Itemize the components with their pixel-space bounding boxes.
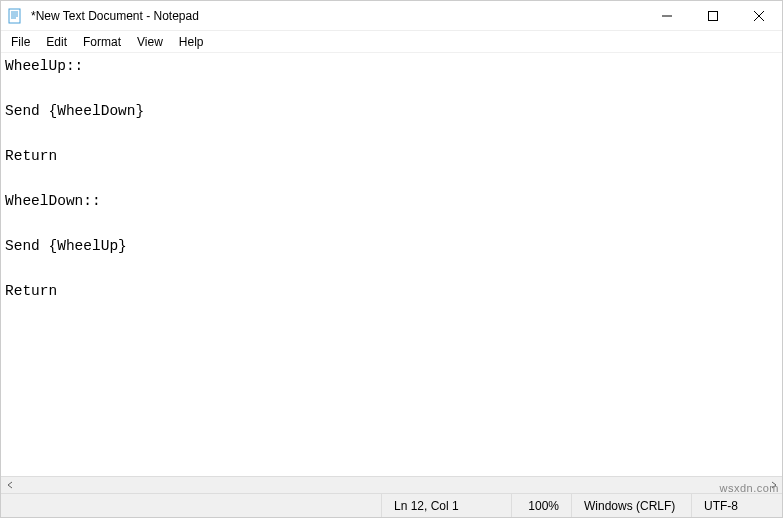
status-line-ending: Windows (CRLF) [572,494,692,517]
window-controls [644,1,782,30]
statusbar: Ln 12, Col 1 100% Windows (CRLF) UTF-8 [1,493,782,517]
menu-help[interactable]: Help [171,33,212,51]
menu-view[interactable]: View [129,33,171,51]
menu-file[interactable]: File [3,33,38,51]
status-encoding: UTF-8 [692,494,782,517]
scroll-left-icon[interactable] [1,477,18,494]
close-button[interactable] [736,1,782,30]
text-editor[interactable]: WheelUp:: Send {WheelDown} Return WheelD… [1,53,782,476]
notepad-icon [7,8,23,24]
horizontal-scrollbar[interactable] [1,476,782,493]
svg-rect-6 [709,11,718,20]
status-zoom: 100% [512,494,572,517]
menu-edit[interactable]: Edit [38,33,75,51]
status-spacer [1,494,382,517]
watermark: wsxdn.com [719,482,779,494]
scroll-track[interactable] [18,477,765,493]
maximize-button[interactable] [690,1,736,30]
menubar: File Edit Format View Help [1,31,782,53]
menu-format[interactable]: Format [75,33,129,51]
status-position: Ln 12, Col 1 [382,494,512,517]
minimize-button[interactable] [644,1,690,30]
window-title: *New Text Document - Notepad [29,9,644,23]
titlebar: *New Text Document - Notepad [1,1,782,31]
